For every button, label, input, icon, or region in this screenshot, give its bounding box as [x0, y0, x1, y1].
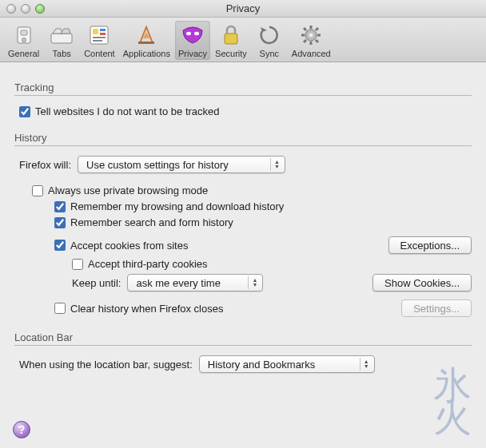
svg-rect-5	[93, 29, 98, 34]
content-icon	[86, 22, 112, 48]
keep-until-label: Keep until:	[72, 277, 121, 289]
prefs-content: Tracking Tell websites I do not want to …	[0, 62, 486, 383]
mask-icon	[180, 22, 205, 48]
svg-line-22	[304, 40, 306, 42]
suggest-label: When using the location bar, suggest:	[19, 359, 193, 371]
svg-point-12	[194, 32, 199, 35]
svg-rect-1	[21, 30, 27, 35]
remember-search-checkbox[interactable]	[54, 217, 66, 228]
tab-general-label: General	[8, 49, 39, 58]
private-browsing-checkbox[interactable]	[32, 185, 43, 196]
svg-point-11	[186, 32, 191, 35]
tab-tabs-label: Tabs	[53, 49, 71, 58]
window-title: Privacy	[0, 2, 486, 14]
third-party-cookies-label: Accept third-party cookies	[88, 258, 208, 270]
tab-security-label: Security	[215, 49, 247, 58]
updown-icon: ▲▼	[248, 276, 259, 289]
suggest-value: History and Bookmarks	[208, 359, 315, 371]
dnt-checkbox[interactable]	[19, 106, 30, 117]
titlebar: Privacy	[0, 0, 486, 18]
tab-content-label: Content	[84, 49, 115, 58]
tab-tabs[interactable]: Tabs	[44, 21, 79, 60]
exceptions-button[interactable]: Exceptions...	[388, 236, 472, 254]
svg-rect-9	[93, 40, 102, 42]
tab-advanced-label: Advanced	[292, 49, 331, 58]
dnt-label: Tell websites I do not want to be tracke…	[35, 105, 220, 117]
tab-content[interactable]: Content	[81, 21, 118, 60]
updown-icon: ▲▼	[270, 158, 281, 171]
divider	[14, 345, 472, 346]
svg-rect-7	[100, 33, 106, 35]
svg-line-21	[316, 40, 318, 42]
tab-sync-label: Sync	[260, 49, 279, 58]
locationbar-section-title: Location Bar	[14, 331, 472, 343]
svg-line-23	[316, 28, 318, 30]
tracking-section-title: Tracking	[14, 81, 472, 93]
tab-advanced[interactable]: Advanced	[289, 21, 334, 60]
tab-sync[interactable]: Sync	[252, 21, 287, 60]
svg-line-20	[304, 28, 306, 30]
svg-rect-10	[138, 42, 154, 44]
updown-icon: ▲▼	[360, 358, 371, 371]
third-party-cookies-checkbox[interactable]	[72, 259, 83, 270]
firefox-will-select[interactable]: Use custom settings for history ▲▼	[78, 156, 285, 173]
keep-until-value: ask me every time	[136, 277, 220, 289]
divider	[14, 95, 472, 96]
svg-rect-8	[93, 37, 106, 38]
private-browsing-label: Always use private browsing mode	[48, 184, 208, 196]
history-section-title: History	[14, 132, 472, 144]
tab-security[interactable]: Security	[212, 21, 250, 60]
applications-icon	[133, 22, 159, 48]
tab-applications[interactable]: Applications	[120, 21, 173, 60]
remember-browsing-checkbox[interactable]	[54, 201, 66, 212]
tab-privacy[interactable]: Privacy	[175, 21, 210, 60]
firefox-will-label: Firefox will:	[19, 159, 71, 171]
svg-rect-13	[225, 34, 237, 44]
help-button[interactable]: ?	[13, 421, 30, 438]
svg-rect-3	[51, 34, 72, 43]
gear-icon	[298, 22, 324, 48]
suggest-select[interactable]: History and Bookmarks ▲▼	[199, 355, 375, 373]
firefox-will-value: Use custom settings for history	[86, 159, 229, 171]
lock-icon	[218, 22, 244, 48]
settings-button: Settings...	[401, 299, 472, 317]
remember-browsing-label: Remember my browsing and download histor…	[70, 200, 284, 212]
tabs-icon	[49, 22, 74, 48]
accept-cookies-label: Accept cookies from sites	[70, 240, 188, 252]
tab-applications-label: Applications	[123, 49, 170, 58]
sync-icon	[257, 22, 282, 48]
accept-cookies-checkbox[interactable]	[54, 240, 66, 251]
svg-rect-6	[100, 29, 106, 31]
remember-search-label: Remember search and form history	[70, 216, 233, 228]
switch-icon	[11, 22, 37, 48]
show-cookies-button[interactable]: Show Cookies...	[372, 274, 472, 291]
tab-privacy-label: Privacy	[178, 49, 207, 58]
clear-on-close-checkbox[interactable]	[54, 303, 66, 314]
keep-until-select[interactable]: ask me every time ▲▼	[127, 274, 263, 291]
svg-point-15	[309, 34, 313, 38]
svg-point-2	[22, 38, 26, 42]
divider	[14, 145, 472, 146]
clear-on-close-label: Clear history when Firefox closes	[70, 303, 223, 315]
tab-general[interactable]: General	[5, 21, 42, 60]
prefs-toolbar: General Tabs Content Applications Privac…	[0, 18, 486, 62]
